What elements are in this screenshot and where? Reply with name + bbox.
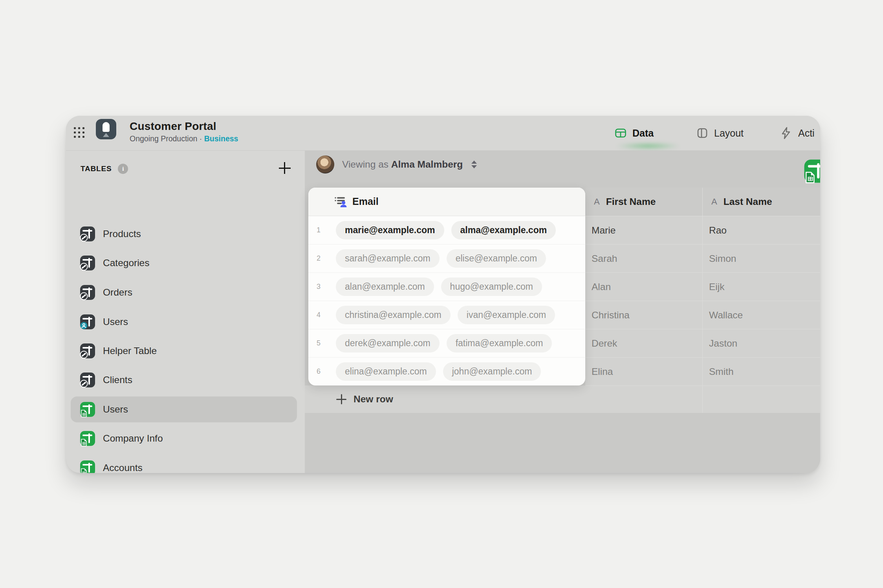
- tables-sidebar: TABLES i Products Categories Orders User…: [66, 151, 305, 473]
- sidebar-item-label: Users: [103, 316, 128, 327]
- cell-empty[interactable]: [703, 385, 820, 413]
- email-pill[interactable]: alma@example.com: [451, 221, 556, 239]
- sidebar-item-label: Users: [103, 404, 128, 415]
- plan-badge[interactable]: Business: [204, 134, 238, 143]
- table-row[interactable]: 6 elina@example.com john@example.com: [308, 357, 585, 385]
- row-number: 2: [308, 254, 329, 263]
- name-columns: A First Name Marie Sarah Alan Christina …: [585, 188, 820, 413]
- dark-table-icon: [80, 255, 95, 271]
- sidebar-item-label: Clients: [103, 374, 132, 385]
- tables-section-header: TABLES i: [81, 164, 128, 174]
- dark-table-icon: [80, 285, 95, 300]
- cell-first-name[interactable]: Marie: [585, 216, 702, 244]
- cell-first-name[interactable]: Alan: [585, 272, 702, 301]
- apps-grid-icon[interactable]: [74, 127, 86, 140]
- dark-table-icon: [80, 226, 95, 242]
- email-pill[interactable]: christina@example.com: [336, 306, 451, 324]
- row-number: 1: [308, 226, 329, 234]
- table-row[interactable]: 2 sarah@example.com elise@example.com: [308, 244, 585, 272]
- row-number: 4: [308, 311, 329, 319]
- email-pill[interactable]: hugo@example.com: [441, 278, 542, 296]
- app-title: Customer Portal: [130, 120, 216, 133]
- app-subtitle-text: Ongoing Production: [130, 134, 197, 143]
- sidebar-item-label: Company Info: [103, 433, 163, 444]
- text-type-icon: A: [594, 197, 600, 207]
- email-pill[interactable]: fatima@example.com: [447, 334, 552, 352]
- sidebar-item-label: Helper Table: [103, 345, 157, 356]
- sidebar-item-users-1[interactable]: Users: [71, 309, 297, 335]
- email-pill[interactable]: john@example.com: [443, 362, 541, 381]
- cell-last-name[interactable]: Smith: [703, 357, 820, 385]
- sidebar-item-label: Orders: [103, 287, 132, 298]
- green-sheets-icon-cut: [804, 159, 820, 183]
- layout-icon: [696, 127, 709, 139]
- green-sheets-icon: [80, 431, 95, 446]
- viewing-as-selector[interactable]: Viewing as Alma Malmberg: [316, 155, 477, 173]
- sidebar-item-orders[interactable]: Orders: [71, 279, 297, 305]
- tab-actions-label: Acti: [798, 128, 815, 139]
- email-pill[interactable]: elina@example.com: [336, 362, 436, 381]
- viewing-as-prefix: Viewing as: [342, 159, 388, 170]
- email-pill[interactable]: ivan@example.com: [458, 306, 555, 324]
- sidebar-item-clients[interactable]: Clients: [71, 367, 297, 393]
- cell-last-name[interactable]: Rao: [703, 216, 820, 244]
- data-table-icon: [614, 127, 627, 139]
- text-type-icon: A: [711, 197, 717, 207]
- add-table-button plus-icon[interactable]: [278, 161, 291, 175]
- email-pill[interactable]: alan@example.com: [336, 278, 434, 296]
- row-owner-email-icon: [334, 195, 348, 208]
- email-pill[interactable]: sarah@example.com: [336, 249, 440, 268]
- info-icon[interactable]: i: [118, 164, 128, 174]
- sidebar-item-label: Accounts: [103, 462, 143, 473]
- sidebar-item-label: Categories: [103, 257, 149, 268]
- sidebar-item-categories[interactable]: Categories: [71, 250, 297, 276]
- first-name-column-header[interactable]: A First Name: [585, 188, 702, 216]
- table-row[interactable]: 4 christina@example.com ivan@example.com: [308, 301, 585, 329]
- subtitle-separator: ·: [200, 134, 202, 143]
- tab-layout[interactable]: Layout: [696, 116, 744, 150]
- app-subtitle: Ongoing Production · Business: [130, 134, 238, 143]
- cell-first-name[interactable]: Derek: [585, 329, 702, 357]
- sidebar-item-label: Products: [103, 228, 141, 239]
- email-pill[interactable]: elise@example.com: [447, 249, 546, 268]
- row-number: 3: [308, 283, 329, 291]
- cell-first-name[interactable]: Sarah: [585, 244, 702, 272]
- dark-table-icon: [80, 343, 95, 359]
- row-number: 6: [308, 367, 329, 376]
- table-row[interactable]: 1 marie@example.com alma@example.com: [308, 216, 585, 244]
- cell-last-name[interactable]: Jaston: [703, 329, 820, 357]
- green-sheets-icon: [80, 402, 95, 417]
- plus-icon: [336, 394, 346, 404]
- tab-layout-label: Layout: [714, 128, 744, 139]
- tables-section-label: TABLES: [81, 164, 112, 173]
- cell-first-name[interactable]: Christina: [585, 301, 702, 329]
- column-first-name: A First Name Marie Sarah Alan Christina …: [585, 188, 703, 413]
- sidebar-item-helper-table[interactable]: Helper Table: [71, 338, 297, 364]
- screenshot-root: Customer Portal Ongoing Production · Bus…: [0, 0, 883, 588]
- sidebar-item-company-info[interactable]: Company Info: [71, 425, 297, 451]
- email-pill[interactable]: derek@example.com: [336, 334, 440, 352]
- email-column-header[interactable]: Email: [308, 188, 585, 216]
- tab-actions[interactable]: Acti: [779, 116, 815, 150]
- actions-lightning-icon: [779, 126, 793, 140]
- tab-data[interactable]: Data: [614, 116, 654, 150]
- sidebar-item-accounts[interactable]: Accounts: [71, 455, 297, 473]
- cell-first-name[interactable]: Elina: [585, 357, 702, 385]
- last-name-column-header[interactable]: A Last Name: [703, 188, 820, 216]
- cell-empty[interactable]: [585, 385, 702, 413]
- dark-table-icon: [80, 372, 95, 388]
- sidebar-item-products-1[interactable]: Products: [71, 221, 297, 247]
- app-logo-icon[interactable]: [96, 119, 116, 139]
- cell-last-name[interactable]: Wallace: [703, 301, 820, 329]
- sidebar-item-users-selected[interactable]: Users: [71, 396, 297, 422]
- app-builder-window: Customer Portal Ongoing Production · Bus…: [66, 116, 820, 473]
- new-row-button[interactable]: New row: [336, 394, 393, 405]
- new-row-band: New row: [305, 385, 585, 413]
- cell-last-name[interactable]: Simon: [703, 244, 820, 272]
- table-row[interactable]: 5 derek@example.com fatima@example.com: [308, 329, 585, 357]
- cell-last-name[interactable]: Eijk: [703, 272, 820, 301]
- last-name-column-title: Last Name: [724, 196, 772, 207]
- first-name-column-title: First Name: [606, 196, 656, 207]
- table-row[interactable]: 3 alan@example.com hugo@example.com: [308, 272, 585, 301]
- email-pill[interactable]: marie@example.com: [336, 221, 444, 239]
